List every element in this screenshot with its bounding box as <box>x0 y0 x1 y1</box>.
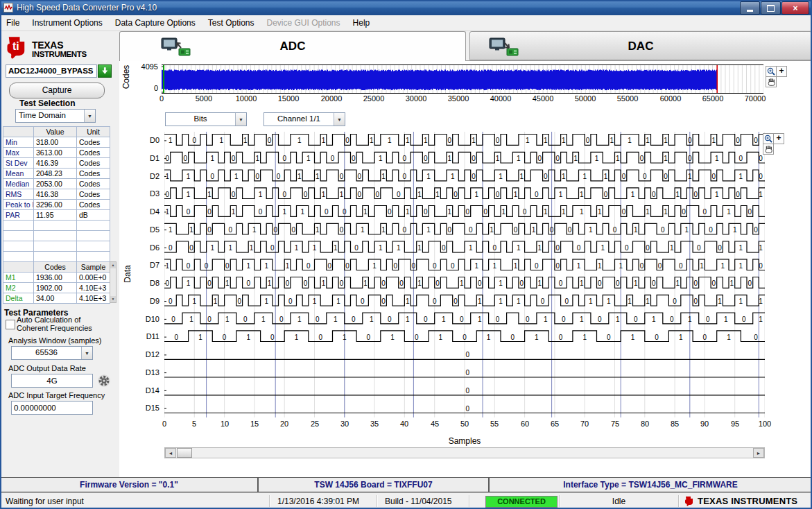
scrollbar-thumb[interactable] <box>177 448 192 458</box>
bit-value-label: 1 <box>499 173 503 180</box>
tab-adc[interactable]: ADC <box>119 31 466 61</box>
bit-value-label: 1 <box>582 173 587 180</box>
axis-tick-label: 45000 <box>526 94 560 103</box>
svg-text:ti: ti <box>12 40 19 52</box>
pan-hand-icon[interactable] <box>763 144 774 155</box>
bits-waveform-plot[interactable]: 1011011011110101110111101000010101001001… <box>164 132 765 417</box>
zoom-plus-button[interactable] <box>773 133 784 144</box>
auto-calc-checkbox[interactable] <box>6 320 15 329</box>
bit-value-label: 0 <box>679 262 683 270</box>
bit-value-label: 0 <box>453 297 458 305</box>
overview-waveform-plot[interactable] <box>162 64 763 94</box>
bit-value-label: 1 <box>679 334 683 341</box>
bit-value-label: 1 <box>580 316 584 323</box>
table-row: M11936.000.00E+0 <box>3 273 110 283</box>
state-text: Idle <box>562 493 676 509</box>
firmware-version-cell: Firmware Version = "0.1" <box>0 477 258 492</box>
table-cell: Value <box>34 127 77 137</box>
channel-dropdown[interactable]: Channel 1/1 <box>264 112 345 126</box>
overview-waveform <box>162 69 718 90</box>
menu-instrument-options[interactable]: Instrument Options <box>26 15 108 31</box>
bit-value-label: 0 <box>207 208 211 216</box>
bit-value-label: 0 <box>184 155 188 162</box>
device-download-button[interactable] <box>98 64 112 78</box>
chevron-down-icon[interactable] <box>84 110 95 122</box>
bit-value-label: 0 <box>514 226 518 234</box>
bit-value-label: 0 <box>652 279 656 287</box>
chevron-down-icon[interactable] <box>81 347 92 359</box>
scroll-left-icon[interactable] <box>165 448 176 458</box>
maximize-button[interactable] <box>761 1 781 15</box>
axis-tick-label: 40000 <box>483 94 518 103</box>
tab-dac[interactable]: DAC <box>469 31 812 60</box>
bit-value-label: 1 <box>727 334 731 341</box>
bit-value-label: 1 <box>424 137 428 144</box>
bit-value-label: 1 <box>715 191 719 198</box>
bit-value-label: 1 <box>652 316 656 323</box>
menu-file[interactable]: File <box>0 15 26 31</box>
menu-help[interactable]: Help <box>347 15 377 31</box>
bit-value-label: 0 <box>564 297 569 305</box>
output-rate-input[interactable]: 4G <box>11 374 93 388</box>
bit-value-label: 0 <box>541 297 545 305</box>
zoom-tool-icon[interactable] <box>766 66 777 77</box>
stats-table-scrollbar[interactable]: ▲ ▼ <box>110 261 116 303</box>
bit-value-label: 0 <box>670 316 674 323</box>
bit-value-label: 1 <box>607 297 611 305</box>
scroll-right-icon[interactable] <box>753 448 764 458</box>
bit-value-label: 1 <box>406 297 410 305</box>
zoom-tool-icon[interactable] <box>763 133 774 144</box>
bit-value-label: 0 <box>658 262 662 270</box>
bit-value-label: 0 <box>712 173 716 180</box>
bits-row-label: D0 <box>150 136 159 144</box>
close-button[interactable]: × <box>781 1 809 15</box>
chevron-down-icon[interactable] <box>235 113 246 126</box>
device-select-input[interactable]: ADC12J4000_BYPASS <box>6 64 97 78</box>
minimize-button[interactable] <box>740 1 760 15</box>
bit-value-label: 1 <box>439 334 443 341</box>
capture-button[interactable]: Capture <box>9 83 105 98</box>
bit-value-label: 0 <box>399 279 404 287</box>
bit-value-label: 0 <box>496 316 500 323</box>
bit-value-label: 0 <box>397 191 401 198</box>
bit-value-label: 0 <box>535 262 539 270</box>
status-bar: Waiting for user input 1/13/2016 4:39:01… <box>0 492 812 509</box>
interface-type-cell: Interface Type = TSW14J56_MC_FIRMWARE <box>489 477 812 492</box>
table-cell: 3613.00 <box>34 148 77 158</box>
zoom-plus-button[interactable] <box>776 66 787 77</box>
bit-value-label: 1 <box>646 208 650 216</box>
pan-hand-icon[interactable] <box>766 76 777 87</box>
axis-tick-label: 55000 <box>610 94 645 103</box>
bit-value-label: 1 <box>268 279 272 287</box>
table-cell: Codes <box>77 179 110 189</box>
horizontal-scrollbar[interactable] <box>164 447 765 458</box>
input-freq-input[interactable]: 0.00000000 <box>11 401 93 415</box>
gear-icon[interactable] <box>97 374 111 388</box>
app-icon <box>3 3 13 12</box>
bit-value-label: 1 <box>517 297 521 305</box>
display-mode-dropdown[interactable]: Bits <box>165 112 247 126</box>
bit-value-label: 0 <box>187 208 191 216</box>
bit-value-label: 0 <box>273 226 277 234</box>
board-cell: TSW 14J56 Board = TIXFFU07 <box>258 477 489 492</box>
chevron-down-icon[interactable] <box>334 113 345 126</box>
bit-value-label: 1 <box>700 262 704 270</box>
analysis-window-dropdown[interactable]: 65536 <box>11 346 93 360</box>
scroll-up-icon[interactable]: ▲ <box>110 262 116 268</box>
bit-value-label: 1 <box>282 208 286 216</box>
test-selection-dropdown[interactable]: Time Domain <box>15 109 96 123</box>
menu-data-capture-options[interactable]: Data Capture Options <box>109 15 202 31</box>
scroll-down-icon[interactable]: ▼ <box>110 296 116 302</box>
bit-value-label: 1 <box>759 316 763 323</box>
bit-value-label: 0 <box>598 316 602 323</box>
menu-test-options[interactable]: Test Options <box>202 15 261 31</box>
bit-value-label: 1 <box>619 262 623 270</box>
bit-value-label: 0 <box>736 137 740 144</box>
bit-value-label: 1 <box>340 191 344 198</box>
table-cell: Sample <box>77 262 110 273</box>
bit-value-label: 1 <box>316 173 320 180</box>
bit-value-label: 1 <box>388 137 392 144</box>
bit-value-label: 1 <box>451 173 455 180</box>
axis-tick-label: 10000 <box>229 94 264 103</box>
bit-value-label: 0 <box>759 155 763 162</box>
